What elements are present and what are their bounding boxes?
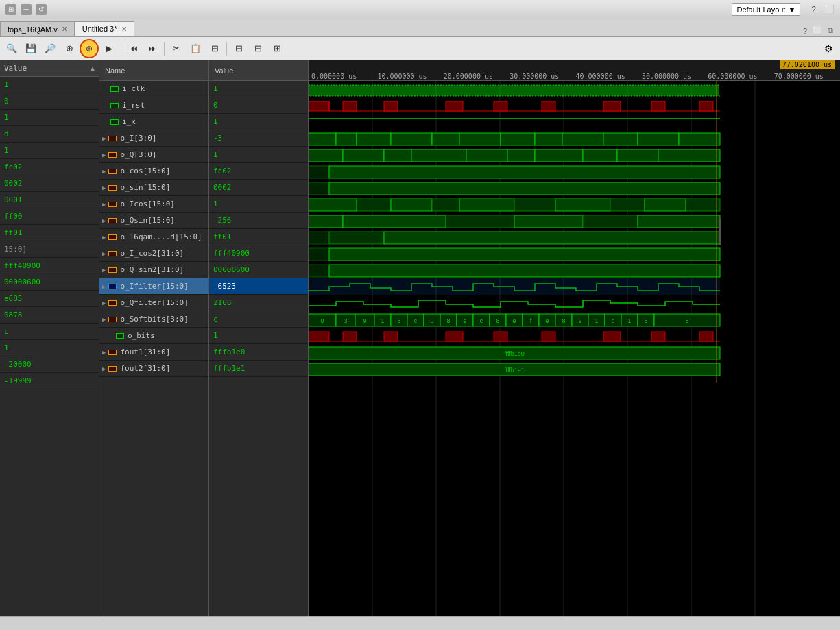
expand-oIcos[interactable]: ▶ (102, 201, 106, 208)
lsv-item: 0001 (0, 192, 99, 208)
svg-text:8: 8 (685, 317, 688, 324)
expand-oQ[interactable]: ▶ (102, 152, 106, 158)
tab-help-icon[interactable]: ? (802, 25, 808, 36)
zoom-active-button[interactable]: ⊕ (80, 39, 99, 58)
signal-name-o16qam: ▶ o_16qam....d[15:0] (99, 229, 208, 245)
paste-button[interactable]: 📋 (187, 40, 204, 58)
tab-untitled3[interactable]: Untitled 3* ✕ (75, 21, 134, 36)
signal-row-oQsin: ▶ o_Qsin[15:0] (99, 213, 208, 229)
svg-rect-61 (638, 215, 720, 228)
signal-name-oIcos2: ▶ o_I_cos2[31:0] (99, 245, 208, 261)
layout-selector[interactable]: Default Layout ▼ (732, 3, 800, 16)
unlink-button[interactable]: ⊟ (249, 40, 267, 58)
refresh-icon[interactable]: ↺ (36, 4, 47, 15)
signal-name-label-oSoftbits: o_Softbits[3:0] (120, 315, 188, 324)
expand-oIcos2[interactable]: ▶ (102, 250, 106, 257)
val-osin: 0002 (209, 180, 308, 195)
zoom-in-button[interactable]: 🔍 (3, 40, 21, 58)
tab-icons: ? ⬜ ⧉ (802, 25, 840, 36)
svg-rect-39 (583, 149, 617, 162)
val-row-oQ: 1 (209, 147, 308, 163)
signal-name-label-ocos: o_cos[15:0] (120, 167, 170, 175)
save-button[interactable]: 💾 (22, 40, 40, 58)
signal-name-obits: o_bits (99, 328, 208, 343)
signal-row-oIfilter[interactable]: ▶ o_Ifilter[15:0] (99, 278, 208, 295)
tab-untitled3-label: Untitled 3* (82, 25, 117, 33)
svg-rect-17 (651, 101, 665, 111)
help-icon[interactable]: ? (811, 5, 816, 14)
val-row-oQsin2: 00000600 (209, 262, 308, 278)
svg-rect-21 (336, 133, 357, 145)
signal-name-oIcos: ▶ o_Icos[15:0] (99, 196, 208, 212)
expand-fout2[interactable]: ▶ (102, 365, 106, 372)
svg-rect-59 (514, 215, 583, 228)
signal-name-label-oIfilter: o_Ifilter[15:0] (120, 282, 188, 291)
time-label-3: 30.000000 us (509, 73, 575, 80)
signal-icon-oQfilter (108, 300, 117, 306)
svg-rect-50 (459, 199, 514, 211)
svg-rect-27 (535, 133, 562, 145)
time-label-5: 50.000000 us (642, 73, 708, 80)
signal-icon-oQ (108, 152, 117, 158)
signal-icon-o16qam (108, 234, 117, 240)
expand-oI[interactable]: ▶ (102, 135, 106, 142)
svg-rect-127 (719, 218, 721, 245)
expand-oQfilter[interactable]: ▶ (102, 300, 106, 306)
val-oIcos2: fff40900 (209, 245, 308, 261)
signal-name-fout2: ▶ fout2[31:0] (99, 361, 208, 376)
settings-button[interactable]: ⚙ (819, 40, 837, 58)
next-edge-button[interactable]: ⏭ (143, 40, 161, 58)
signal-icon-oSoftbits (108, 317, 117, 322)
svg-rect-41 (658, 149, 720, 162)
tab-tops[interactable]: tops_16QAM.v ✕ (0, 21, 75, 36)
maximize-icon[interactable]: ⬜ (824, 5, 835, 14)
val-row-oIfilter: -6523 (209, 278, 308, 295)
svg-text:8: 8 (397, 317, 400, 324)
lsv-item: 0 (0, 93, 99, 110)
svg-text:9: 9 (578, 317, 581, 324)
arrow-button[interactable]: ▶ (100, 40, 118, 58)
expand-oIfilter[interactable]: ▶ (102, 283, 106, 290)
val-row-fout1: fffb1e0 (209, 344, 308, 361)
svg-rect-63 (329, 232, 384, 244)
svg-rect-31 (679, 133, 720, 145)
link-button[interactable]: ⊟ (230, 40, 248, 58)
tab-restore-icon[interactable]: ⬜ (811, 25, 824, 36)
lsv-item: ff01 (0, 225, 99, 241)
bookmark-button[interactable]: ⊞ (268, 40, 286, 58)
insert-button[interactable]: ⊞ (206, 40, 224, 58)
val-row-osin: 0002 (209, 180, 308, 196)
toolbar: 🔍 💾 🔎 ⊕ ⊕ ▶ ⏮ ⏭ ✂ 📋 ⊞ ⊟ ⊟ ⊞ ⚙ (0, 37, 840, 60)
tab-tops-close[interactable]: ✕ (62, 25, 67, 33)
svg-text:8: 8 (496, 317, 499, 324)
zoom-fit-button[interactable]: ⊕ (60, 40, 78, 58)
expand-o16qam[interactable]: ▶ (102, 234, 106, 241)
expand-osin[interactable]: ▶ (102, 184, 106, 191)
signal-icon-oI (108, 136, 117, 141)
prev-edge-button[interactable]: ⏮ (124, 40, 142, 58)
val-row-ix: 1 (209, 114, 308, 130)
expand-oSoftbits[interactable]: ▶ (102, 316, 106, 323)
svg-rect-46 (309, 199, 357, 211)
signal-row-osin: ▶ o_sin[15:0] (99, 180, 208, 196)
expand-fout1[interactable]: ▶ (102, 349, 106, 356)
signal-row-oSoftbits: ▶ o_Softbits[3:0] (99, 311, 208, 328)
cut-button[interactable]: ✂ (167, 40, 185, 58)
val-fout1: fffb1e0 (209, 344, 308, 360)
expand-oQsin2[interactable]: ▶ (102, 267, 106, 274)
svg-rect-57 (343, 215, 446, 228)
svg-rect-44 (309, 182, 329, 195)
tab-maximize-icon[interactable]: ⧉ (826, 25, 835, 36)
expand-oQsin[interactable]: ▶ (102, 217, 106, 224)
val-row-fout2: fffb1e1 (209, 361, 308, 377)
left-sidebar-header: Value ▲ (0, 60, 99, 77)
lsv-item: d (0, 126, 99, 143)
svg-rect-14 (494, 101, 507, 111)
tab-untitled3-close[interactable]: ✕ (121, 25, 127, 33)
toolbar-sep-1 (121, 42, 121, 56)
expand-ocos[interactable]: ▶ (102, 168, 106, 175)
minus-icon[interactable]: ─ (21, 4, 32, 15)
signal-icon-obits (116, 333, 124, 339)
left-sidebar-scroll-up[interactable]: ▲ (91, 64, 95, 72)
zoom-out-button[interactable]: 🔎 (41, 40, 59, 58)
